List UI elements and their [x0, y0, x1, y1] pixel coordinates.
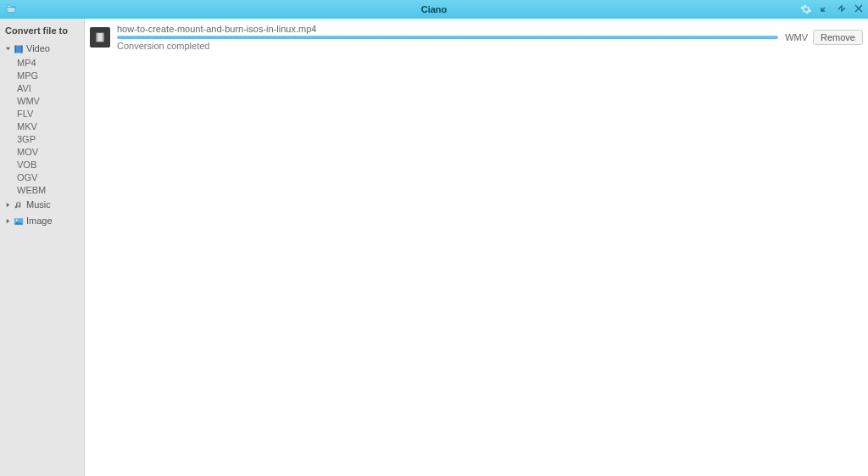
music-icon: [14, 200, 24, 210]
format-item-flv[interactable]: FLV: [0, 108, 84, 120]
sidebar-heading: Convert file to: [0, 22, 84, 41]
sidebar-item-music[interactable]: Music: [0, 197, 84, 213]
svg-rect-2: [21, 45, 23, 53]
format-item-ogv[interactable]: OGV: [0, 171, 84, 184]
app-body: Convert file to Video MP4 MPG AVI WMV FL…: [0, 19, 868, 476]
svg-rect-7: [103, 33, 104, 42]
progress-bar: [117, 36, 778, 39]
sidebar: Convert file to Video MP4 MPG AVI WMV FL…: [0, 19, 85, 476]
sidebar-item-label: Video: [26, 42, 50, 55]
video-file-icon: [90, 27, 110, 48]
format-item-wmv[interactable]: WMV: [0, 95, 84, 108]
caret-down-icon: [5, 46, 11, 52]
format-item-mpg[interactable]: MPG: [0, 70, 84, 82]
sidebar-item-video[interactable]: Video: [0, 41, 84, 57]
sidebar-item-image[interactable]: Image: [0, 213, 84, 229]
format-item-vob[interactable]: VOB: [0, 159, 84, 171]
main-area: how-to-create-mount-and-burn-isos-in-lin…: [85, 19, 868, 476]
film-icon: [14, 44, 24, 54]
svg-rect-6: [97, 33, 98, 42]
format-item-avi[interactable]: AVI: [0, 82, 84, 95]
app-title: Ciano: [421, 4, 448, 14]
file-status: Conversion completed: [117, 41, 778, 51]
image-icon: [14, 216, 24, 227]
file-name: how-to-create-mount-and-burn-isos-in-lin…: [117, 24, 778, 34]
open-files-icon[interactable]: [5, 3, 17, 15]
minimize-icon[interactable]: [821, 4, 829, 14]
caret-right-icon: [5, 202, 11, 208]
settings-icon[interactable]: [800, 3, 812, 15]
format-item-webm[interactable]: WEBM: [0, 184, 84, 197]
format-item-mkv[interactable]: MKV: [0, 120, 84, 133]
sidebar-item-label: Music: [26, 199, 51, 211]
maximize-icon[interactable]: [837, 4, 846, 14]
caret-right-icon: [5, 218, 11, 224]
svg-point-4: [16, 219, 18, 221]
titlebar: Ciano: [0, 0, 868, 19]
svg-rect-1: [15, 45, 17, 53]
format-item-mov[interactable]: MOV: [0, 146, 84, 159]
remove-button[interactable]: Remove: [813, 30, 863, 45]
format-item-mp4[interactable]: MP4: [0, 57, 84, 70]
format-item-3gp[interactable]: 3GP: [0, 133, 84, 146]
sidebar-item-label: Image: [26, 215, 53, 227]
target-format-label: WMV: [785, 32, 808, 42]
conversion-item: how-to-create-mount-and-burn-isos-in-lin…: [90, 24, 863, 51]
close-icon[interactable]: [854, 4, 863, 14]
